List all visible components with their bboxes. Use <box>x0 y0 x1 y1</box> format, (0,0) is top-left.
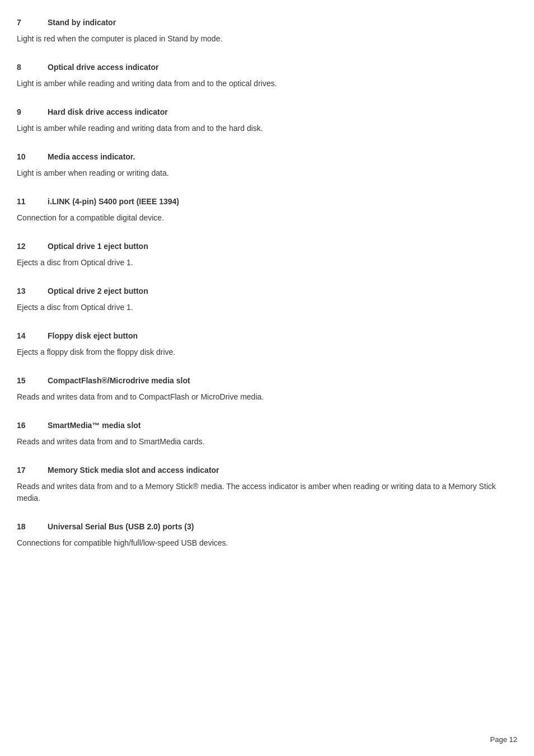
entry-header-11: 11 i.LINK (4-pin) S400 port (IEEE 1394) <box>17 190 517 208</box>
entry-14: 14 Floppy disk eject button Ejects a flo… <box>17 325 517 360</box>
entry-title-14: Floppy disk eject button <box>48 330 138 342</box>
entry-number-16: 16 <box>17 420 48 431</box>
entry-description-14: Ejects a floppy disk from the floppy dis… <box>17 346 517 360</box>
entry-header-8: 8 Optical drive access indicator <box>17 56 517 73</box>
entry-header-14: 14 Floppy disk eject button <box>17 325 517 342</box>
entry-title-18: Universal Serial Bus (USB 2.0) ports (3) <box>48 521 194 533</box>
entry-number-13: 13 <box>17 285 48 297</box>
entry-header-15: 15 CompactFlash®/Microdrive media slot <box>17 369 517 387</box>
entry-header-13: 13 Optical drive 2 eject button <box>17 280 517 297</box>
entry-10: 10 Media access indicator. Light is ambe… <box>17 145 517 181</box>
entry-title-10: Media access indicator. <box>48 151 135 163</box>
entry-12: 12 Optical drive 1 eject button Ejects a… <box>17 235 517 271</box>
entry-11: 11 i.LINK (4-pin) S400 port (IEEE 1394) … <box>17 190 517 226</box>
entry-number-7: 7 <box>17 17 48 29</box>
content-area: 7 Stand by indicator Light is red when t… <box>17 11 517 551</box>
entry-description-8: Light is amber while reading and writing… <box>17 78 517 92</box>
entry-number-17: 17 <box>17 464 48 476</box>
entry-header-16: 16 SmartMedia™ media slot <box>17 414 517 431</box>
entry-number-9: 9 <box>17 106 48 118</box>
entry-title-15: CompactFlash®/Microdrive media slot <box>48 375 190 387</box>
entry-8: 8 Optical drive access indicator Light i… <box>17 56 517 92</box>
entry-number-14: 14 <box>17 330 48 342</box>
entry-13: 13 Optical drive 2 eject button Ejects a… <box>17 280 517 316</box>
entry-number-18: 18 <box>17 521 48 533</box>
entry-description-17: Reads and writes data from and to a Memo… <box>17 481 517 506</box>
entry-number-10: 10 <box>17 151 48 163</box>
entry-description-7: Light is red when the computer is placed… <box>17 33 517 47</box>
entry-18: 18 Universal Serial Bus (USB 2.0) ports … <box>17 515 517 551</box>
entry-header-18: 18 Universal Serial Bus (USB 2.0) ports … <box>17 515 517 533</box>
entry-number-12: 12 <box>17 241 48 252</box>
entry-description-12: Ejects a disc from Optical drive 1. <box>17 257 517 271</box>
entry-title-13: Optical drive 2 eject button <box>48 285 148 297</box>
entry-description-18: Connections for compatible high/full/low… <box>17 537 517 551</box>
entry-title-7: Stand by indicator <box>48 17 116 29</box>
entry-number-15: 15 <box>17 375 48 387</box>
entry-9: 9 Hard disk drive access indicator Light… <box>17 101 517 137</box>
entry-7: 7 Stand by indicator Light is red when t… <box>17 11 517 47</box>
entry-header-7: 7 Stand by indicator <box>17 11 517 29</box>
entry-number-11: 11 <box>17 196 48 208</box>
entry-description-11: Connection for a compatible digital devi… <box>17 212 517 226</box>
entry-description-9: Light is amber while reading and writing… <box>17 123 517 137</box>
entry-header-9: 9 Hard disk drive access indicator <box>17 101 517 118</box>
entry-title-12: Optical drive 1 eject button <box>48 241 148 252</box>
entry-header-12: 12 Optical drive 1 eject button <box>17 235 517 252</box>
entry-title-16: SmartMedia™ media slot <box>48 420 141 431</box>
entry-number-8: 8 <box>17 62 48 73</box>
entry-description-16: Reads and writes data from and to SmartM… <box>17 436 517 450</box>
entry-title-11: i.LINK (4-pin) S400 port (IEEE 1394) <box>48 196 179 208</box>
entry-header-10: 10 Media access indicator. <box>17 145 517 163</box>
entry-title-17: Memory Stick media slot and access indic… <box>48 464 219 476</box>
entry-title-9: Hard disk drive access indicator <box>48 106 168 118</box>
entry-description-15: Reads and writes data from and to Compac… <box>17 391 517 405</box>
entry-title-8: Optical drive access indicator <box>48 62 158 73</box>
entry-description-10: Light is amber when reading or writing d… <box>17 167 517 181</box>
entry-description-13: Ejects a disc from Optical drive 1. <box>17 302 517 316</box>
entry-16: 16 SmartMedia™ media slot Reads and writ… <box>17 414 517 450</box>
entry-15: 15 CompactFlash®/Microdrive media slot R… <box>17 369 517 405</box>
entry-header-17: 17 Memory Stick media slot and access in… <box>17 459 517 476</box>
entry-17: 17 Memory Stick media slot and access in… <box>17 459 517 506</box>
